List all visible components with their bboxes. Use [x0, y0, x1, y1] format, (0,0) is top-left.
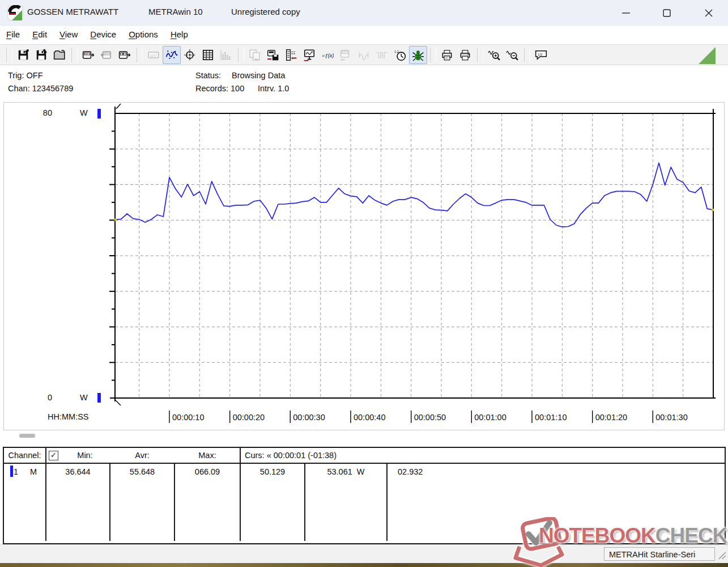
records-count: Records: 100	[195, 84, 244, 93]
cell-min: 36.644	[46, 465, 109, 479]
toolbar-separator	[71, 48, 78, 62]
formula-button[interactable]: =ƒ(x)	[318, 46, 337, 64]
toolbar: 321321M1257=ƒ(x)3211,21/2	[0, 44, 728, 65]
svg-text:00:01:10: 00:01:10	[535, 413, 567, 422]
interval-value: Intrv. 1.0	[258, 84, 289, 93]
chart-view-icon	[165, 49, 178, 61]
status-value: Browsing Data	[232, 71, 285, 80]
analog-output-icon	[357, 49, 370, 61]
monitor-view-button[interactable]	[300, 46, 318, 64]
debug-button[interactable]	[409, 46, 427, 64]
minimize-button[interactable]	[613, 0, 639, 26]
header-cursor: Curs: « 00:00:01 (-01:38)	[245, 448, 337, 463]
toolbar-separator	[6, 48, 12, 62]
file-save-button[interactable]	[32, 46, 50, 64]
svg-text:1,2: 1,2	[394, 50, 399, 53]
measurement-table: Channel: Min: Avr: Max: Curs: « 00:00:01…	[3, 447, 726, 544]
toolbar-separator	[137, 48, 143, 62]
zoom-out-icon	[506, 49, 518, 61]
channel-list: Chan: 123456789	[8, 84, 73, 93]
channel-config-button[interactable]	[282, 46, 300, 64]
menu-item-view[interactable]: View	[53, 26, 84, 39]
table-divider	[240, 448, 241, 541]
cursor-view-button[interactable]	[181, 46, 199, 64]
svg-text:1/2: 1/2	[538, 52, 543, 56]
file-open-button[interactable]	[14, 46, 32, 64]
connected-device-field: METRAHit Starline-Seri	[604, 547, 715, 561]
folder-open-button[interactable]	[50, 46, 69, 64]
desktop-background-strip	[0, 563, 728, 567]
zoom-out-button[interactable]	[503, 46, 521, 64]
app-icon	[7, 5, 23, 21]
print-icon	[459, 49, 471, 61]
debug-icon	[412, 49, 424, 61]
device-store-button[interactable]	[264, 46, 282, 64]
power-line-chart[interactable]: 00:00:1000:00:2000:00:3000:00:4000:00:50…	[0, 100, 728, 431]
chart-view-button[interactable]	[163, 46, 181, 64]
channel-visible-checkbox[interactable]: ✓	[49, 451, 58, 460]
cell-avr: 55.648	[110, 465, 174, 479]
device-config-button: 321	[337, 46, 355, 64]
cell-channel-mode: M	[30, 465, 41, 479]
toolbar-separator	[430, 48, 436, 62]
folder-open-icon	[53, 49, 66, 61]
header-avr: Avr:	[110, 448, 174, 463]
svg-text:00:01:30: 00:01:30	[655, 413, 687, 422]
zoom-in-button[interactable]	[485, 46, 503, 64]
toolbar-grow-triangle-icon	[699, 47, 716, 64]
table-view-button[interactable]	[199, 46, 217, 64]
svg-text:00:00:40: 00:00:40	[354, 413, 385, 422]
print-preview-icon	[441, 49, 453, 61]
chart-line	[115, 163, 713, 227]
time-config-icon: 1,2	[394, 49, 406, 61]
analog-output-button	[355, 46, 373, 64]
svg-text:00:00:10: 00:00:10	[172, 413, 204, 422]
svg-text:M: M	[122, 52, 124, 55]
print-preview-button[interactable]	[438, 46, 456, 64]
device-read-button[interactable]: 321	[79, 46, 97, 64]
svg-text:321: 321	[342, 52, 346, 54]
display-view-button: 1257	[144, 46, 163, 64]
svg-text:00:00:50: 00:00:50	[414, 413, 446, 422]
cursor-view-icon	[184, 49, 196, 61]
cell-cursor1: 50.129	[241, 465, 304, 479]
statusbar-divider	[517, 548, 518, 560]
file-save-icon	[35, 49, 48, 61]
close-button[interactable]	[696, 0, 722, 26]
menu-item-edit[interactable]: Edit	[26, 26, 53, 39]
device-write-icon: 321	[100, 49, 113, 61]
status-bar: METRAHit Starline-Seri	[0, 544, 728, 564]
metrawin-app-window: { "window": { "brand": "GOSSEN METRAWATT…	[0, 0, 728, 567]
display-view-icon: 1257	[147, 49, 160, 61]
device-memory-button[interactable]: M	[116, 46, 134, 64]
chart-panel: 80 W 0 W HH:MM:SS 00:00:1000:00:2000:00:…	[0, 100, 728, 447]
export-icon	[249, 49, 261, 61]
close-icon	[704, 8, 714, 18]
menu-item-file[interactable]: File	[0, 26, 26, 39]
annotation-button[interactable]: 1/2	[532, 46, 550, 64]
cell-cursor3: 02.932	[398, 465, 443, 479]
menu-item-device[interactable]: Device	[84, 26, 122, 39]
menu-bar: FileEditViewDeviceOptionsHelp	[0, 26, 728, 44]
pulse-output-button	[373, 46, 391, 64]
cell-cursor2: 53.061 W	[305, 465, 386, 479]
zoom-in-icon	[488, 49, 500, 61]
menu-item-options[interactable]: Options	[122, 26, 164, 39]
svg-text:321: 321	[84, 53, 88, 55]
header-max: Max:	[175, 448, 240, 463]
print-button[interactable]	[456, 46, 474, 64]
file-open-icon	[17, 49, 29, 61]
chart-hscrollbar-thumb[interactable]	[19, 434, 35, 438]
menu-item-help[interactable]: Help	[164, 26, 194, 39]
monitor-view-icon	[303, 49, 316, 61]
svg-text:00:01:20: 00:01:20	[595, 413, 627, 422]
maximize-button[interactable]	[654, 0, 680, 26]
svg-text:00:01:00: 00:01:00	[474, 413, 506, 422]
resize-grip-icon[interactable]	[717, 551, 726, 560]
export-button	[246, 46, 264, 64]
time-config-button[interactable]: 1,2	[391, 46, 409, 64]
formula-icon: =ƒ(x)	[321, 49, 334, 61]
channel-color-marker	[10, 466, 13, 477]
table-header-row: Channel: Min: Avr: Max: Curs: « 00:00:01…	[4, 448, 725, 464]
minimize-icon	[621, 8, 631, 18]
